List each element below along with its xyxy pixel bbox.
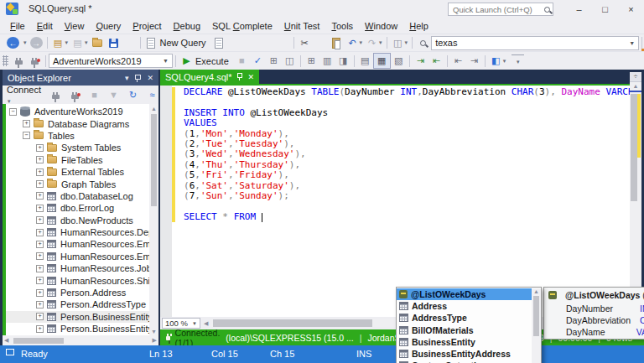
results-to-text-button[interactable]: ▤ (357, 53, 373, 69)
open-file-button[interactable] (90, 35, 106, 51)
menu-edit[interactable]: Edit (31, 18, 59, 34)
tree-item-humanresources-jobc[interactable]: +HumanResources.JobC (3, 262, 149, 274)
intellisense-item-billofmaterials[interactable]: BillOfMaterials (397, 324, 532, 336)
chevron-down-icon[interactable]: ▾ (85, 39, 88, 46)
tree-item-external-tables[interactable]: +External Tables (3, 166, 149, 178)
expand-icon[interactable]: + (36, 192, 44, 200)
live-stats-button[interactable]: ▥ (319, 53, 335, 69)
intellisense-item--listoweekdays[interactable]: @ListOWeekDays (397, 288, 532, 300)
expand-icon[interactable]: + (36, 169, 44, 176)
scroll-up-icon[interactable]: ▲ (633, 82, 639, 91)
tree-item-filetables[interactable]: +FileTables (3, 154, 149, 166)
expand-icon[interactable]: + (36, 313, 44, 320)
code-line-3[interactable]: INSERT INTO @ListOWeekDays (184, 108, 628, 118)
navigate-forward-button[interactable]: → (29, 35, 44, 51)
object-explorer-vscrollbar[interactable]: ▲ ▼ (149, 104, 158, 335)
mdx-query-button[interactable] (227, 35, 243, 51)
connect-icon[interactable] (46, 87, 65, 103)
intellisense-item-addresstype[interactable]: AddressType (397, 312, 532, 324)
connect-menu-button[interactable]: Connect ▾ (7, 85, 41, 105)
splitter-handle[interactable]: ÷ (630, 72, 641, 82)
paste-button[interactable] (329, 35, 345, 51)
tree-item-person-address[interactable]: +Person.Address (3, 287, 149, 298)
tree-item-person-addresstype[interactable]: +Person.AddressType (3, 298, 149, 310)
tree-item-person-businessentity[interactable]: +Person.BusinessEntity (3, 311, 149, 323)
quick-launch-input[interactable] (451, 4, 544, 15)
tree-item-graph-tables[interactable]: +Graph Tables (3, 178, 149, 189)
expand-icon[interactable]: + (36, 241, 44, 248)
pin-tab-icon[interactable] (236, 73, 242, 80)
database-engine-query-button[interactable] (211, 35, 227, 51)
save-all-button[interactable] (122, 35, 138, 51)
menu-help[interactable]: Help (403, 18, 434, 34)
dmx-query-button[interactable] (243, 35, 259, 51)
pin-icon[interactable] (134, 74, 141, 82)
copy-button[interactable] (313, 35, 329, 51)
expand-icon[interactable]: + (36, 277, 44, 284)
chevron-down-icon[interactable]: ▾ (379, 39, 382, 46)
menu-debug[interactable]: Debug (168, 18, 206, 34)
tree-item-dbo-databaselog[interactable]: +dbo.DatabaseLog (3, 190, 149, 202)
expand-icon[interactable]: + (36, 144, 44, 152)
close-panel-icon[interactable]: ✕ (147, 74, 153, 82)
window-menu-icon[interactable]: ▾ (125, 74, 129, 82)
increase-indent-button[interactable]: ⇥ (466, 53, 482, 69)
expand-icon[interactable]: + (36, 229, 44, 236)
filter-icon[interactable]: ▼ (104, 87, 123, 103)
chevron-down-icon[interactable]: ▼ (159, 58, 169, 64)
find-button[interactable] (415, 35, 431, 51)
object-explorer-hscrollbar[interactable]: ◀ ▶ (3, 335, 158, 345)
code-line-1[interactable]: DECLARE @ListOWeekDays TABLE(DayNumber I… (184, 87, 628, 97)
scrollbar-track[interactable] (630, 92, 641, 308)
expand-icon[interactable]: + (36, 205, 44, 212)
execute-button[interactable]: ▶Execute (179, 53, 234, 69)
expand-icon[interactable]: + (36, 325, 44, 333)
intellisense-item-address[interactable]: Address (397, 300, 532, 312)
scrollbar-thumb[interactable] (213, 319, 372, 327)
menu-query[interactable]: Query (90, 18, 127, 34)
tree-item-dbo-newproducts[interactable]: +dbo.NewProducts (3, 215, 149, 226)
collapse-icon[interactable]: − (23, 132, 30, 139)
navigate-backward-dropdown[interactable]: ▾ (21, 35, 29, 51)
scroll-left-icon[interactable]: ◀ (200, 320, 211, 327)
add-item-button[interactable]: ▤▾ (70, 35, 90, 51)
intellisense-scrollbar[interactable]: ▲ ▼ (532, 288, 541, 363)
new-project-button[interactable]: ▤▾ (50, 35, 70, 51)
expand-icon[interactable]: + (36, 301, 44, 309)
editor-vscrollbar[interactable]: ÷ ▲ ▼ (630, 72, 641, 316)
activity-monitor-icon[interactable]: ≈ (143, 87, 162, 103)
menu-sql-complete[interactable]: SQL Complete (206, 18, 278, 34)
undo-button[interactable]: ↶▾ (345, 35, 365, 51)
scrollbar-thumb[interactable] (631, 94, 637, 201)
scroll-up-icon[interactable]: ▲ (151, 104, 157, 112)
comment-button[interactable]: ⇥ (413, 53, 428, 69)
expand-icon[interactable]: + (36, 216, 44, 224)
as-dax-query-button[interactable] (275, 35, 291, 51)
tree-item-person-businessentitya[interactable]: +Person.BusinessEntityA (3, 323, 149, 334)
code-surface[interactable]: DECLARE @ListOWeekDays TABLE(DayNumber I… (160, 86, 641, 317)
estimated-plan-button[interactable]: ⊞ (266, 53, 282, 69)
query-options-button[interactable]: ◫ (282, 53, 298, 69)
change-connection-button[interactable] (27, 53, 43, 69)
expand-icon[interactable]: + (36, 180, 44, 188)
tree-item-system-tables[interactable]: +System Tables (3, 142, 149, 153)
scroll-left-icon[interactable]: ◀ (4, 337, 8, 344)
redo-button[interactable]: ↷▾ (364, 35, 384, 51)
intellisense-item-businessentity[interactable]: BusinessEntity (397, 336, 532, 348)
expand-icon[interactable]: + (36, 252, 44, 260)
navigate-backward-button[interactable]: ← (5, 35, 21, 51)
tree-item-humanresources-depa[interactable]: +HumanResources.Depa (3, 226, 149, 238)
expand-icon[interactable]: + (36, 156, 44, 163)
close-tab-icon[interactable]: ✕ (247, 73, 254, 81)
menu-tools[interactable]: Tools (325, 18, 359, 34)
chevron-down-icon[interactable]: ▾ (65, 39, 69, 46)
quick-launch-box[interactable] (448, 3, 553, 16)
scroll-right-icon[interactable]: ▶ (153, 337, 157, 344)
code-line-11[interactable]: (7,'Sun','Sunday'); (184, 191, 628, 201)
tree-item-tables[interactable]: −Tables (3, 130, 149, 142)
toolbar-grip[interactable] (3, 55, 8, 66)
tab-sqlquery4[interactable]: SQLQuery4.sql* ✕ (160, 70, 259, 84)
chevron-down-icon[interactable]: ▾ (360, 39, 363, 46)
code-line-13[interactable]: SELECT * FROM (184, 212, 628, 222)
results-to-file-button[interactable]: ▧ (391, 53, 407, 69)
